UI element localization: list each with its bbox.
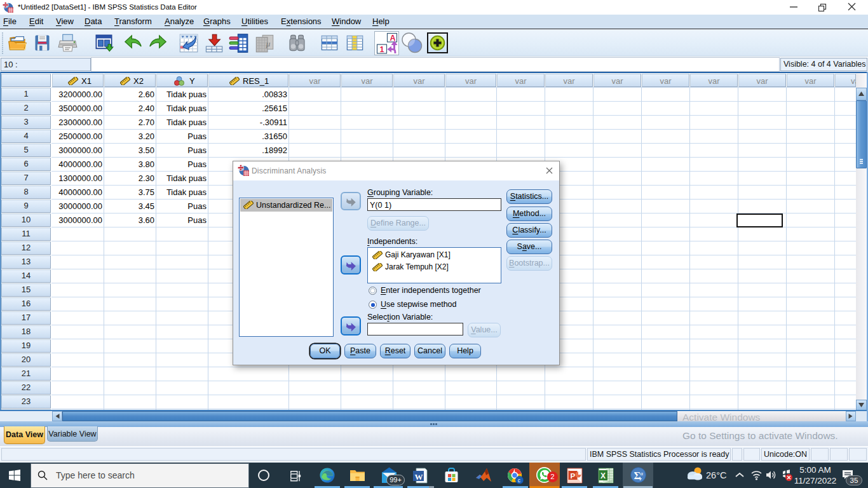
svg-text:W: W <box>414 472 423 482</box>
svg-text:α: α <box>641 470 644 477</box>
svg-text:A: A <box>390 34 396 43</box>
svg-text:μ: μ <box>266 39 271 48</box>
svg-text:X: X <box>600 471 606 480</box>
svg-text:c: c <box>518 477 521 484</box>
svg-text:1: 1 <box>380 45 384 54</box>
svg-text:P: P <box>571 472 576 480</box>
